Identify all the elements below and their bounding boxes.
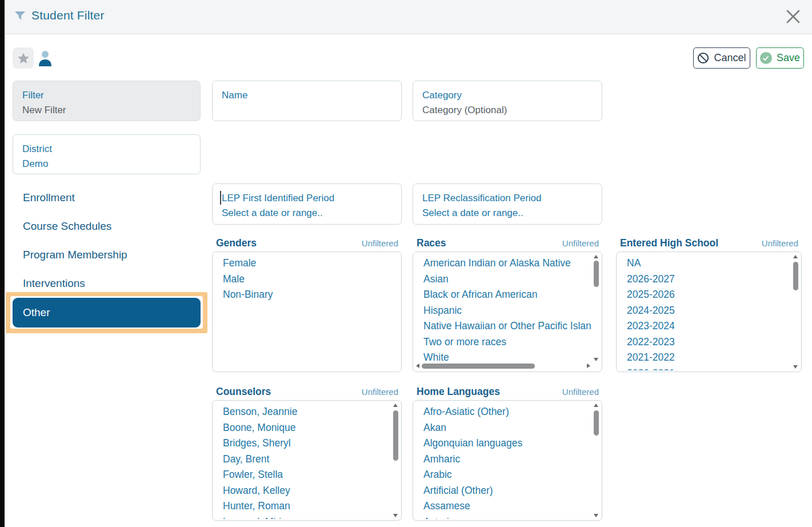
student-filter-modal: Student Filter Cancel Sa [0, 0, 812, 527]
list-item[interactable]: NA [617, 255, 791, 272]
nav-item-label: Other [23, 306, 50, 319]
lep-first-placeholder: Select a date or range.. [222, 206, 392, 221]
category-field[interactable]: Category Category (Optional) [413, 81, 602, 121]
list-item[interactable]: Akan [413, 420, 591, 436]
vertical-scrollbar[interactable] [593, 254, 600, 362]
scrollbar-thumb[interactable] [793, 262, 798, 290]
modal-title: Student Filter [31, 9, 105, 22]
list-item[interactable]: Hunter, Roman [213, 498, 391, 514]
background-edge [0, 0, 5, 527]
races-title: Races [417, 237, 446, 249]
list-item[interactable]: American Indian or Alaska Native [413, 255, 591, 272]
vertical-scrollbar[interactable] [792, 254, 799, 370]
list-item[interactable]: Black or African American [413, 287, 591, 303]
list-item[interactable]: Assamese [413, 498, 591, 514]
list-item[interactable]: 2023-2024 [617, 318, 791, 334]
favorite-button[interactable] [13, 47, 34, 69]
nav-item-program-membership[interactable]: Program Membership [13, 241, 201, 269]
district-field-value: Demo [22, 157, 191, 171]
home-languages-title: Home Languages [417, 386, 500, 398]
counselors-listbox[interactable]: Benson, Jeannie Boone, Monique Bridges, … [212, 400, 402, 521]
list-item[interactable]: Day, Brent [213, 452, 391, 468]
list-item[interactable]: Male [213, 272, 391, 288]
scrollbar-thumb[interactable] [594, 261, 599, 287]
scroll-down-icon[interactable] [393, 514, 398, 517]
save-button[interactable]: Save [756, 47, 804, 69]
list-item[interactable]: Fowler, Stella [213, 467, 391, 483]
list-item[interactable]: Howard, Kelley [213, 483, 391, 499]
list-item[interactable]: 2020-2021 [617, 366, 791, 371]
vertical-scrollbar[interactable] [392, 402, 399, 518]
list-item[interactable]: 2022-2023 [617, 334, 791, 350]
save-button-label: Save [777, 52, 800, 64]
list-item[interactable]: Arabic [413, 467, 591, 483]
check-icon [760, 52, 772, 64]
list-item[interactable]: Leonard, Miriam [213, 514, 391, 520]
list-item[interactable]: Asian [413, 272, 591, 288]
entered-high-school-title: Entered High School [620, 237, 718, 249]
nav-item-course-schedules[interactable]: Course Schedules [13, 212, 201, 241]
scrollbar-thumb[interactable] [422, 364, 535, 369]
close-button[interactable] [783, 7, 803, 26]
scroll-up-icon[interactable] [594, 404, 598, 407]
horizontal-scrollbar[interactable] [415, 362, 591, 370]
home-languages-status-badge[interactable]: Unfiltered [562, 387, 599, 397]
district-field[interactable]: District Demo [13, 134, 201, 174]
ban-icon [697, 52, 709, 64]
scroll-down-icon[interactable] [793, 365, 798, 369]
lep-first-label: LEP First Identified Period [222, 191, 392, 206]
counselors-section-header: Counselors Unfiltered [212, 386, 402, 400]
lep-reclass-placeholder: Select a date or range.. [422, 206, 593, 221]
home-languages-section-header: Home Languages Unfiltered [413, 386, 602, 400]
list-item[interactable]: White [413, 350, 591, 362]
list-item[interactable]: 2024-2025 [617, 303, 791, 319]
nav-item-enrollment[interactable]: Enrollment [13, 183, 201, 212]
name-field[interactable]: Name [212, 81, 402, 121]
scroll-up-icon[interactable] [393, 404, 398, 407]
name-field-label: Name [222, 88, 392, 103]
lep-first-identified-field[interactable]: LEP First Identified Period Select a dat… [212, 183, 402, 225]
scroll-left-icon[interactable] [416, 364, 419, 368]
scroll-right-icon[interactable] [587, 364, 590, 368]
genders-status-badge[interactable]: Unfiltered [362, 238, 398, 248]
counselors-status-badge[interactable]: Unfiltered [362, 387, 398, 397]
category-field-placeholder: Category (Optional) [422, 103, 593, 118]
scroll-down-icon[interactable] [594, 358, 598, 361]
list-item[interactable]: Two or more races [413, 334, 591, 350]
home-languages-listbox[interactable]: Afro-Asiatic (Other) Akan Algonquian lan… [413, 400, 602, 521]
modal-header: Student Filter [5, 0, 812, 34]
lep-reclassification-field[interactable]: LEP Reclassification Period Select a dat… [413, 183, 602, 225]
races-listbox[interactable]: American Indian or Alaska Native Asian B… [413, 251, 602, 372]
list-item[interactable]: Bridges, Sheryl [213, 436, 391, 452]
list-item[interactable]: 2025-2026 [617, 287, 791, 303]
person-icon[interactable] [38, 50, 53, 66]
list-item[interactable]: Non-Binary [213, 287, 391, 303]
list-item[interactable]: Artificial (Other) [413, 483, 591, 499]
entered-high-school-status-badge[interactable]: Unfiltered [762, 238, 798, 248]
list-item[interactable]: Hispanic [413, 303, 591, 319]
list-item[interactable]: 2026-2027 [617, 272, 791, 288]
scroll-down-icon[interactable] [594, 514, 598, 517]
list-item[interactable]: Benson, Jeannie [213, 404, 391, 420]
list-item[interactable]: Female [213, 255, 391, 272]
scroll-up-icon[interactable] [793, 255, 798, 258]
list-item[interactable]: 2021-2022 [617, 350, 791, 366]
list-item[interactable]: Afro-Asiatic (Other) [413, 404, 591, 420]
entered-high-school-listbox[interactable]: NA 2026-2027 2025-2026 2024-2025 2023-20… [616, 251, 802, 372]
scrollbar-thumb[interactable] [594, 410, 599, 436]
genders-listbox[interactable]: Female Male Non-Binary [212, 251, 402, 372]
nav-item-other[interactable]: Other [13, 298, 201, 328]
cancel-button[interactable]: Cancel [693, 47, 750, 69]
scrollbar-thumb[interactable] [393, 410, 398, 461]
scroll-up-icon[interactable] [594, 255, 598, 258]
list-item[interactable]: Native Hawaiian or Other Pacific Islande… [413, 318, 591, 334]
list-item[interactable]: Asturian [413, 514, 591, 520]
races-status-badge[interactable]: Unfiltered [562, 238, 599, 248]
list-item[interactable]: Algonquian languages [413, 436, 591, 452]
district-field-label: District [22, 142, 191, 157]
list-item[interactable]: Amharic [413, 452, 591, 468]
vertical-scrollbar[interactable] [593, 402, 600, 518]
list-item[interactable]: Boone, Monique [213, 420, 391, 436]
filter-name-field[interactable]: Filter New Filter [13, 81, 201, 121]
nav-item-label: Enrollment [23, 191, 75, 204]
